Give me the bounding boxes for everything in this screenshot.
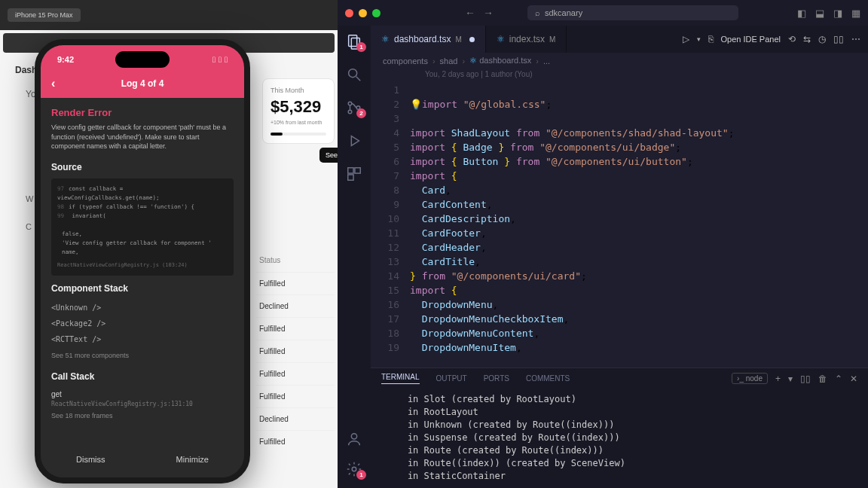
code-line[interactable]: 4import ShadLayout from "@/components/sh… — [377, 126, 868, 140]
code-line[interactable]: 14} from "@/components/ui/card"; — [377, 269, 868, 283]
progress-bar — [270, 133, 326, 136]
terminal-lang-icon: ›_ — [737, 374, 744, 383]
breadcrumb-item[interactable]: ⚛ dashboard.tsx — [469, 56, 531, 66]
status-row[interactable]: Fulfilled — [256, 362, 335, 385]
layout-bottom-icon[interactable]: ⬓ — [815, 8, 824, 19]
status-row[interactable]: Declined — [256, 407, 335, 430]
status-row[interactable]: Fulfilled — [256, 385, 335, 407]
terminal-output[interactable]: in Slot (created by RootLayout) in RootL… — [371, 389, 868, 488]
explorer-icon[interactable]: 1 — [346, 33, 362, 50]
error-content[interactable]: Render Error View config getter callback… — [41, 98, 244, 455]
terminal-lang[interactable]: ›_ node — [732, 373, 768, 384]
split-terminal-icon[interactable]: ▯▯ — [800, 374, 811, 384]
status-row[interactable]: Fulfilled — [256, 340, 335, 362]
layout-custom-icon[interactable]: ▦ — [851, 8, 860, 19]
code-line[interactable]: 10 CardDescription, — [377, 212, 868, 226]
compare-icon[interactable]: ⟲ — [788, 34, 796, 44]
month-sub: +10% from last month — [270, 120, 326, 125]
account-icon[interactable] — [346, 431, 362, 447]
maximize-icon[interactable] — [372, 9, 381, 17]
code-line[interactable]: 1 — [377, 83, 868, 97]
titlebar-actions: ◧ ⬓ ◨ ▦ — [797, 8, 860, 19]
new-terminal-icon[interactable]: + — [775, 374, 781, 384]
debug-icon[interactable] — [346, 133, 362, 149]
code-line[interactable]: 16 DropdownMenu, — [377, 297, 868, 312]
layout-left-icon[interactable]: ◧ — [797, 8, 806, 19]
code-line[interactable]: 13 CardTitle, — [377, 255, 868, 269]
terminal-tabs: TERMINALOUTPUTPORTSCOMMENTS ›_ node + ▾ … — [371, 368, 868, 389]
device-tab[interactable]: iPhone 15 Pro Max — [8, 8, 81, 22]
code-line[interactable]: 17 DropdownMenuCheckboxItem, — [377, 312, 868, 326]
dismiss-button[interactable]: Dismiss — [76, 455, 105, 464]
more-icon[interactable]: ⋯ — [851, 34, 860, 44]
traffic-lights[interactable] — [345, 9, 381, 17]
split-icon[interactable]: ▯▯ — [833, 34, 844, 44]
code-editor[interactable]: 12💡import "@/global.css";34import ShadLa… — [371, 83, 868, 368]
timeline-icon[interactable]: ◷ — [818, 34, 826, 44]
code-line[interactable]: 5import { Badge } from "@/components/ui/… — [377, 140, 868, 154]
terminal-line: in StaticContainer — [386, 470, 853, 483]
code-line[interactable]: 11 CardFooter, — [377, 226, 868, 240]
tab-modified: M — [455, 35, 461, 44]
status-row[interactable]: Fulfilled — [256, 272, 335, 294]
ide-panel-icon[interactable]: ⎘ — [708, 34, 714, 44]
breadcrumb-item[interactable]: ... — [543, 56, 550, 66]
lightbulb-icon[interactable]: 💡 — [410, 99, 422, 110]
minimize-button[interactable]: Minimize — [176, 455, 209, 464]
trash-icon[interactable]: 🗑 — [818, 374, 827, 384]
command-center[interactable]: ⌕ sdkcanary — [527, 5, 738, 20]
terminal-tab[interactable]: TERMINAL — [381, 373, 420, 384]
dashboard-text-w: W — [26, 194, 33, 203]
run-icon[interactable]: ▷ — [683, 34, 689, 44]
terminal-tab[interactable]: OUTPUT — [436, 374, 467, 383]
diff-icon[interactable]: ⇆ — [803, 34, 811, 44]
callstack-fn: get — [51, 388, 234, 401]
close-panel-icon[interactable]: ✕ — [850, 374, 857, 384]
settings-icon[interactable]: 1 — [346, 461, 362, 477]
nav-forward-icon[interactable]: → — [483, 7, 494, 19]
layout-right-icon[interactable]: ◨ — [833, 8, 842, 19]
code-line[interactable]: 12 CardHeader, — [377, 240, 868, 255]
close-icon[interactable] — [345, 9, 353, 17]
extensions-icon[interactable] — [346, 166, 362, 182]
terminal-line: in Route (created by Route((index))) — [386, 444, 853, 457]
terminal-tab[interactable]: COMMENTS — [526, 374, 570, 383]
terminal-dropdown-icon[interactable]: ▾ — [788, 374, 793, 384]
code-line[interactable]: 3 — [377, 111, 868, 126]
source-control-icon[interactable]: 2 — [346, 99, 362, 116]
code-line[interactable]: 9 CardContent, — [377, 197, 868, 212]
open-ide-panel-button[interactable]: Open IDE Panel — [721, 35, 781, 44]
month-label: This Month — [270, 87, 326, 94]
breadcrumb-item[interactable]: components — [383, 56, 428, 66]
code-line[interactable]: 15import { — [377, 283, 868, 297]
stack-more[interactable]: See 51 more components — [51, 347, 234, 364]
back-icon[interactable]: ‹ — [51, 77, 55, 90]
code-line[interactable]: 19 DropdownMenuItem, — [377, 340, 868, 355]
code-line[interactable]: 18 DropdownMenuContent, — [377, 326, 868, 340]
chevron-up-icon[interactable]: ⌃ — [835, 374, 842, 384]
status-row[interactable]: Declined — [256, 294, 335, 317]
vscode-window: ← → ⌕ sdkcanary ◧ ⬓ ◨ ▦ 1 2 — [338, 0, 868, 488]
signal-icon: 􀙇 — [212, 55, 215, 64]
code-line[interactable]: 8 Card, — [377, 183, 868, 197]
status-column: Status FulfilledDeclinedFulfilledFulfill… — [256, 256, 335, 453]
tab-filename: dashboard.tsx — [394, 34, 451, 44]
editor-tab[interactable]: ⚛index.tsx M — [486, 26, 567, 53]
code-line[interactable]: 7import { — [377, 169, 868, 183]
status-row[interactable]: Fulfilled — [256, 317, 335, 340]
phone-notch — [115, 51, 170, 68]
minimize-icon[interactable] — [359, 9, 367, 17]
terminal-tab[interactable]: PORTS — [484, 374, 509, 383]
breadcrumb-item[interactable]: shad — [440, 56, 458, 66]
callstack-more[interactable]: See 18 more frames — [51, 407, 234, 424]
code-line[interactable]: 2💡import "@/global.css"; — [377, 97, 868, 111]
search-icon[interactable] — [346, 66, 362, 83]
breadcrumbs[interactable]: components›shad›⚛ dashboard.tsx›... — [371, 53, 868, 69]
nav-back-icon[interactable]: ← — [465, 7, 475, 19]
terminal-line: in Route((index)) (created by SceneView) — [386, 457, 853, 470]
status-row[interactable]: Fulfilled — [256, 430, 335, 453]
editor-tab[interactable]: ⚛dashboard.tsx M — [371, 26, 486, 53]
search-icon: ⌕ — [535, 8, 540, 17]
code-line[interactable]: 6import { Button } from "@/components/ui… — [377, 154, 868, 169]
svg-rect-9 — [355, 168, 360, 173]
